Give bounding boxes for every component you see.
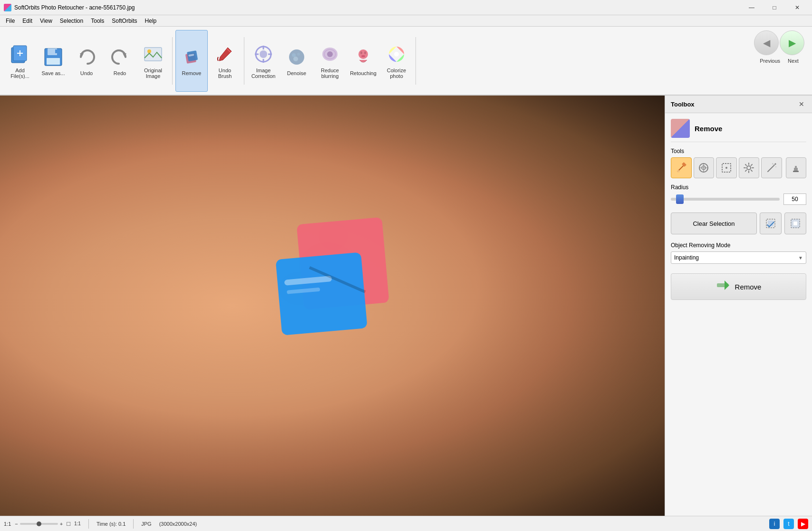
next-label: Next bbox=[788, 58, 799, 64]
remove-section-header: Remove bbox=[671, 119, 806, 142]
svg-rect-55 bbox=[793, 171, 799, 172]
actual-size-icon[interactable]: 1:1 bbox=[74, 521, 81, 526]
zoom-out-icon[interactable]: − bbox=[15, 521, 18, 527]
denoise-label: Denoise bbox=[287, 70, 306, 76]
canvas[interactable] bbox=[0, 96, 665, 516]
remove-icon bbox=[180, 46, 203, 68]
previous-button[interactable]: ◀ bbox=[754, 30, 779, 55]
toolbar-remove[interactable]: Remove bbox=[175, 30, 208, 92]
toolbar-separator-2 bbox=[244, 37, 244, 85]
eraser-tool-button[interactable] bbox=[694, 157, 715, 178]
svg-rect-54 bbox=[795, 166, 797, 168]
select-all-button[interactable] bbox=[760, 212, 782, 234]
menu-edit[interactable]: Edit bbox=[19, 17, 36, 25]
toolbox-close-button[interactable]: ✕ bbox=[797, 99, 806, 109]
remove-icon bbox=[671, 119, 690, 138]
minimize-button[interactable]: — bbox=[741, 0, 763, 15]
status-divider bbox=[88, 519, 89, 529]
image-area[interactable] bbox=[0, 96, 665, 516]
toolbar-redo[interactable]: Redo bbox=[104, 30, 136, 92]
toolbar-denoise[interactable]: Denoise bbox=[280, 30, 313, 92]
save-as-label: Save as... bbox=[42, 70, 65, 76]
youtube-icon[interactable]: ▶ bbox=[798, 519, 808, 529]
undo-icon bbox=[75, 46, 98, 68]
radius-value[interactable]: 50 bbox=[783, 193, 806, 205]
radius-label: Radius bbox=[671, 184, 806, 191]
zoom-in-icon[interactable]: + bbox=[60, 521, 63, 527]
toolbox-content: Remove Tools bbox=[665, 113, 812, 516]
title-bar: SoftOrbits Photo Retoucher - acne-556175… bbox=[0, 0, 812, 15]
rect-select-tool-button[interactable] bbox=[716, 157, 737, 178]
reduce-blurring-icon bbox=[319, 43, 341, 66]
eraser-tool-icon bbox=[698, 162, 709, 174]
save-as-icon bbox=[42, 46, 65, 68]
original-image-icon bbox=[142, 43, 164, 66]
next-button[interactable]: ▶ bbox=[780, 30, 804, 55]
svg-marker-62 bbox=[725, 280, 729, 290]
maximize-button[interactable]: □ bbox=[764, 0, 785, 15]
info-icon[interactable]: i bbox=[769, 519, 780, 529]
toolbar: Add File(s)... Save as... Undo bbox=[0, 27, 812, 96]
settings-tool-button[interactable] bbox=[739, 157, 760, 178]
toolbar-separator-3 bbox=[416, 37, 416, 85]
radius-slider-container[interactable] bbox=[671, 194, 780, 204]
menu-tools[interactable]: Tools bbox=[87, 17, 108, 25]
toolbar-reduce-blurring[interactable]: Reduce blurring bbox=[314, 30, 346, 92]
main-content: Toolbox ✕ Remove Tools bbox=[0, 96, 812, 516]
reduce-blurring-label: Reduce blurring bbox=[316, 68, 344, 79]
zoom-slider-thumb[interactable] bbox=[37, 521, 41, 526]
remove-btn-label: Remove bbox=[735, 283, 762, 291]
svg-point-28 bbox=[358, 49, 368, 59]
clear-selection-button[interactable]: Clear Selection bbox=[671, 212, 757, 234]
svg-point-24 bbox=[293, 57, 298, 61]
menu-view[interactable]: View bbox=[36, 17, 56, 25]
mode-select-value: Inpainting bbox=[674, 254, 798, 261]
svg-point-30 bbox=[364, 51, 366, 54]
window-controls: — □ ✕ bbox=[741, 0, 808, 15]
toolbar-save-as[interactable]: Save as... bbox=[37, 30, 69, 92]
wand-tool-button[interactable] bbox=[761, 157, 782, 178]
zoom-slider-track[interactable] bbox=[20, 523, 58, 525]
menu-file[interactable]: File bbox=[2, 17, 19, 25]
toolbar-retouching[interactable]: Retouching bbox=[347, 30, 379, 92]
toolbar-original-image[interactable]: Original Image bbox=[137, 30, 169, 92]
select-all-icon bbox=[765, 218, 776, 229]
close-button[interactable]: ✕ bbox=[786, 0, 808, 15]
stamp-tool-button[interactable] bbox=[786, 157, 807, 178]
toolbar-undo[interactable]: Undo bbox=[70, 30, 103, 92]
add-files-icon bbox=[9, 43, 31, 66]
retouching-icon bbox=[352, 46, 375, 68]
menu-help[interactable]: Help bbox=[141, 17, 161, 25]
brush-icon bbox=[676, 162, 687, 174]
retouching-label: Retouching bbox=[350, 70, 377, 76]
mode-dropdown-arrow: ▼ bbox=[798, 255, 803, 261]
remove-btn-arrow-icon bbox=[716, 279, 729, 295]
menu-softorbits[interactable]: SoftOrbits bbox=[108, 17, 141, 25]
brush-tool-button[interactable] bbox=[671, 157, 692, 178]
zoom-level: 1:1 bbox=[4, 521, 11, 527]
denoise-icon bbox=[285, 46, 308, 68]
svg-point-47 bbox=[747, 166, 751, 170]
settings-icon bbox=[743, 162, 754, 174]
toolbar-colorize[interactable]: Colorize photo bbox=[380, 30, 413, 92]
remove-section-title: Remove bbox=[695, 125, 722, 133]
radius-section: Radius 50 bbox=[671, 184, 806, 205]
menu-selection[interactable]: Selection bbox=[56, 17, 87, 25]
toolbar-undo-brush[interactable]: Undo Brush bbox=[209, 30, 241, 92]
remove-action-button[interactable]: Remove bbox=[671, 273, 806, 300]
mode-select[interactable]: Inpainting ▼ bbox=[671, 251, 806, 264]
toolbar-separator-1 bbox=[172, 37, 173, 85]
fit-icon[interactable]: □ bbox=[67, 520, 70, 527]
app-icon bbox=[4, 4, 11, 11]
menu-bar: File Edit View Selection Tools SoftOrbit… bbox=[0, 15, 812, 27]
tools-row bbox=[671, 157, 806, 178]
stamp-icon bbox=[790, 162, 802, 174]
toolbar-image-correction[interactable]: Image Correction bbox=[247, 30, 280, 92]
twitter-icon[interactable]: t bbox=[783, 519, 794, 529]
svg-point-22 bbox=[292, 53, 296, 57]
invert-selection-button[interactable] bbox=[784, 212, 806, 234]
radius-slider-thumb[interactable] bbox=[676, 194, 684, 204]
zoom-control[interactable]: − + bbox=[15, 521, 63, 527]
toolbar-add-files[interactable]: Add File(s)... bbox=[4, 30, 36, 92]
clear-selection-row: Clear Selection bbox=[671, 212, 806, 234]
